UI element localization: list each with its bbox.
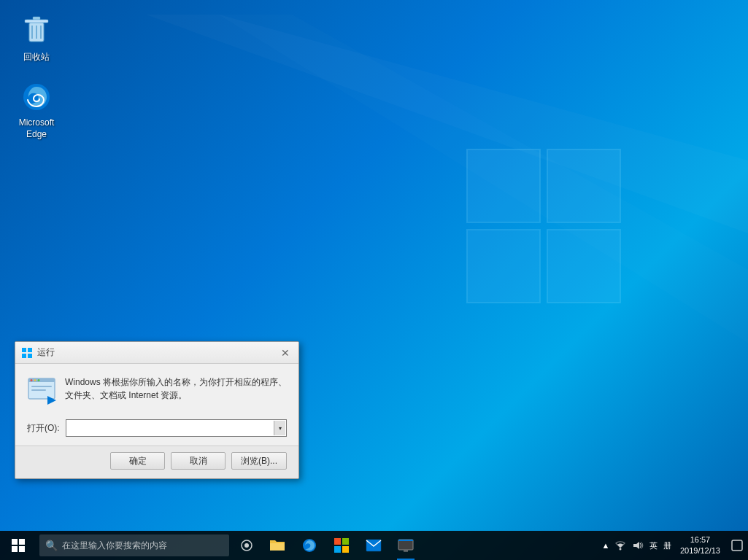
svg-rect-14 xyxy=(22,348,26,352)
svg-marker-41 xyxy=(633,542,639,549)
run-dialog-body-icon xyxy=(27,376,56,405)
taskbar-clock[interactable]: 16:57 2019/12/13 xyxy=(674,531,726,560)
microsoft-edge-icon[interactable]: Microsoft Edge xyxy=(7,77,66,143)
recycle-bin-label: 回收站 xyxy=(23,52,50,63)
tray-language-indicator[interactable]: 英 xyxy=(647,531,660,560)
run-dialog-input-wrapper: ▾ xyxy=(66,419,287,437)
run-dialog-titlebar: 运行 ✕ xyxy=(15,342,298,364)
run-dialog-close-button[interactable]: ✕ xyxy=(278,346,293,360)
taskbar-store[interactable] xyxy=(325,531,358,560)
svg-rect-32 xyxy=(334,538,341,545)
svg-rect-37 xyxy=(398,540,413,550)
run-dialog-input[interactable] xyxy=(66,419,287,437)
tray-ime-indicator[interactable]: 册 xyxy=(660,531,674,560)
taskbar-date: 2019/12/13 xyxy=(680,545,720,556)
windows-logo-decoration xyxy=(463,146,624,309)
run-dialog-body: Windows 将根据你所输入的名称，为你打开相应的程序、文件夹、文档或 Int… xyxy=(15,364,298,416)
svg-rect-16 xyxy=(22,354,26,358)
svg-rect-12 xyxy=(25,20,48,23)
svg-rect-28 xyxy=(19,546,25,552)
tray-volume-icon[interactable] xyxy=(629,531,647,560)
svg-rect-15 xyxy=(28,348,32,352)
run-dropdown-arrow[interactable]: ▾ xyxy=(274,421,285,435)
taskbar-file-explorer[interactable] xyxy=(261,531,293,560)
svg-rect-39 xyxy=(404,551,408,552)
taskbar-system-tray: ▲ 英 册 xyxy=(600,531,748,560)
svg-rect-2 xyxy=(467,230,540,303)
svg-rect-24 xyxy=(31,389,46,391)
svg-rect-38 xyxy=(398,540,413,541)
run-browse-button[interactable]: 浏览(B)... xyxy=(231,452,287,470)
svg-rect-36 xyxy=(366,540,381,551)
svg-point-21 xyxy=(34,379,36,381)
taskbar-edge[interactable] xyxy=(293,531,325,560)
taskbar: 🔍 在这里输入你要搜索的内容 xyxy=(0,531,748,560)
run-ok-button[interactable]: 确定 xyxy=(110,452,165,470)
edge-image xyxy=(19,79,54,114)
desktop: 回收站 Microsoft Edge 运行 ✕ xyxy=(0,0,748,560)
tray-show-hidden-button[interactable]: ▲ xyxy=(600,531,612,560)
taskbar-apps xyxy=(261,531,600,560)
run-dialog-buttons: 确定 取消 浏览(B)... xyxy=(15,446,298,478)
svg-rect-27 xyxy=(12,546,18,552)
recycle-bin-icon[interactable]: 回收站 xyxy=(7,11,66,66)
svg-rect-35 xyxy=(342,546,349,553)
svg-point-20 xyxy=(31,379,33,381)
task-view-button[interactable] xyxy=(232,531,261,560)
svg-rect-1 xyxy=(547,149,620,222)
svg-rect-23 xyxy=(31,386,52,387)
start-button[interactable] xyxy=(0,531,36,560)
edge-label: Microsoft Edge xyxy=(10,117,63,140)
svg-rect-11 xyxy=(33,17,40,20)
taskbar-notification-button[interactable] xyxy=(726,531,748,560)
svg-marker-4 xyxy=(146,15,748,233)
taskbar-search-icon: 🔍 xyxy=(45,540,58,551)
svg-point-30 xyxy=(244,543,249,548)
svg-point-22 xyxy=(38,379,40,381)
svg-rect-0 xyxy=(467,149,540,222)
svg-rect-26 xyxy=(19,539,25,545)
taskbar-remote-desktop[interactable] xyxy=(390,531,422,560)
recycle-bin-image xyxy=(19,14,54,49)
svg-rect-33 xyxy=(342,538,349,545)
tray-network-icon[interactable] xyxy=(612,531,629,560)
taskbar-mail[interactable] xyxy=(358,531,390,560)
run-cancel-button[interactable]: 取消 xyxy=(171,452,225,470)
run-dialog-input-row: 打开(O): ▾ xyxy=(15,416,298,446)
run-dialog-description: Windows 将根据你所输入的名称，为你打开相应的程序、文件夹、文档或 Int… xyxy=(65,376,287,402)
svg-point-40 xyxy=(619,548,621,551)
taskbar-time: 16:57 xyxy=(690,534,711,545)
taskbar-search-placeholder: 在这里输入你要搜索的内容 xyxy=(62,540,167,552)
run-dialog-title-icon xyxy=(21,347,33,359)
svg-rect-42 xyxy=(732,540,742,551)
svg-rect-34 xyxy=(334,546,341,553)
taskbar-search-bar[interactable]: 🔍 在这里输入你要搜索的内容 xyxy=(39,534,229,556)
svg-rect-17 xyxy=(28,354,32,358)
run-dialog-input-label: 打开(O): xyxy=(27,422,60,435)
svg-rect-25 xyxy=(12,539,18,545)
run-dialog: 运行 ✕ Windows 将根据你所输入的名称，为你打开相应的程序、文件夹、文档… xyxy=(15,341,299,479)
run-dialog-title: 运行 xyxy=(37,346,278,359)
svg-rect-3 xyxy=(547,230,620,303)
